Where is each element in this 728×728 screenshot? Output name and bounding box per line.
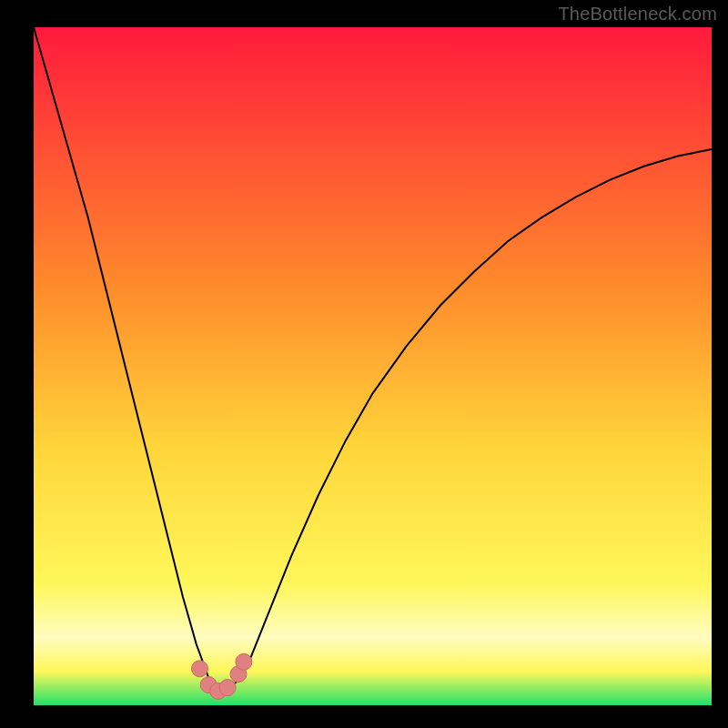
bottleneck-chart [0,0,728,728]
data-marker [219,680,236,696]
data-marker [192,661,208,677]
gradient-background [34,27,712,705]
data-marker [236,653,252,670]
watermark-text: TheBottleneck.com [558,4,717,25]
chart-frame: TheBottleneck.com [0,0,728,728]
